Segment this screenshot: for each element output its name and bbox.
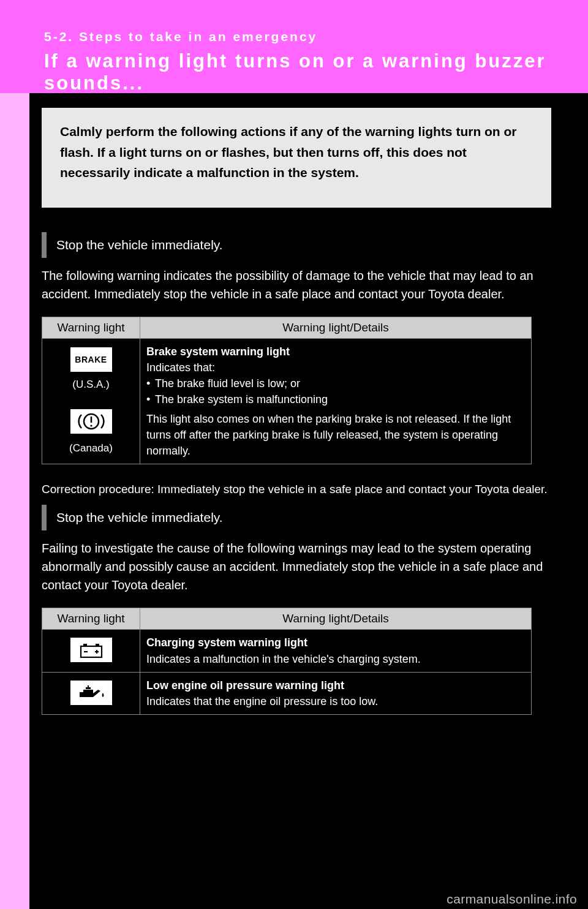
row1-sub: Indicates a malfunction in the vehicle's… bbox=[146, 651, 525, 667]
svg-rect-4 bbox=[83, 644, 87, 646]
icon-cell-oil bbox=[42, 672, 140, 714]
icon-cell-brake: BRAKE (U.S.A.) bbox=[42, 338, 140, 464]
section2-heading: Stop the vehicle immediately. bbox=[56, 510, 223, 525]
row2-sub: Indicates that the engine oil pressure i… bbox=[146, 693, 525, 709]
svg-rect-10 bbox=[88, 685, 89, 688]
detail-title: Brake system warning light bbox=[146, 344, 525, 360]
variant-usa: (U.S.A.) bbox=[46, 377, 136, 393]
detail-note: This light also comes on when the parkin… bbox=[146, 411, 525, 459]
bullet2: The brake system is malfunctioning bbox=[155, 391, 328, 407]
section1-body: The following warning indicates the poss… bbox=[42, 266, 551, 303]
section1-heading: Stop the vehicle immediately. bbox=[56, 238, 223, 252]
row1-title: Charging system warning light bbox=[146, 635, 525, 651]
warning-table-2: Warning light Warning light/Details bbox=[42, 608, 532, 714]
detail-cell-charging: Charging system warning light Indicates … bbox=[140, 630, 532, 672]
section-marker bbox=[42, 505, 47, 530]
brake-symbol-icon bbox=[70, 409, 113, 434]
col-header-details: Warning light/Details bbox=[140, 608, 532, 630]
detail-cell-oil: Low engine oil pressure warning light In… bbox=[140, 672, 532, 714]
icon-cell-battery bbox=[42, 630, 140, 672]
detail-sub: Indicates that: bbox=[146, 360, 525, 375]
intro-box: Calmly perform the following actions if … bbox=[42, 108, 551, 208]
section2-body: Failing to investigate the cause of the … bbox=[42, 539, 551, 594]
col-header-icon: Warning light bbox=[42, 608, 140, 630]
col-header-details: Warning light/Details bbox=[140, 317, 532, 338]
row2-title: Low engine oil pressure warning light bbox=[146, 677, 525, 693]
svg-rect-5 bbox=[96, 644, 99, 646]
brake-text-icon: BRAKE bbox=[70, 347, 113, 372]
svg-point-2 bbox=[90, 424, 92, 426]
section-marker bbox=[42, 232, 47, 258]
bullet1: The brake fluid level is low; or bbox=[155, 375, 300, 391]
page-title: If a warning light turns on or a warning… bbox=[44, 50, 588, 94]
variant-canada: (Canada) bbox=[46, 441, 136, 456]
battery-icon bbox=[70, 637, 113, 663]
oil-can-icon bbox=[70, 680, 113, 706]
sidebar-stripe bbox=[0, 93, 29, 909]
footer-watermark: carmanualsonline.info bbox=[447, 892, 577, 907]
breadcrumb: 5-2. Steps to take in an emergency bbox=[44, 29, 588, 44]
detail-cell-brake: Brake system warning light Indicates tha… bbox=[140, 338, 532, 464]
warning-table-1: Warning light Warning light/Details BRAK… bbox=[42, 317, 532, 465]
col-header-icon: Warning light bbox=[42, 317, 140, 338]
correction-1: Correction procedure: Immediately stop t… bbox=[42, 483, 551, 496]
